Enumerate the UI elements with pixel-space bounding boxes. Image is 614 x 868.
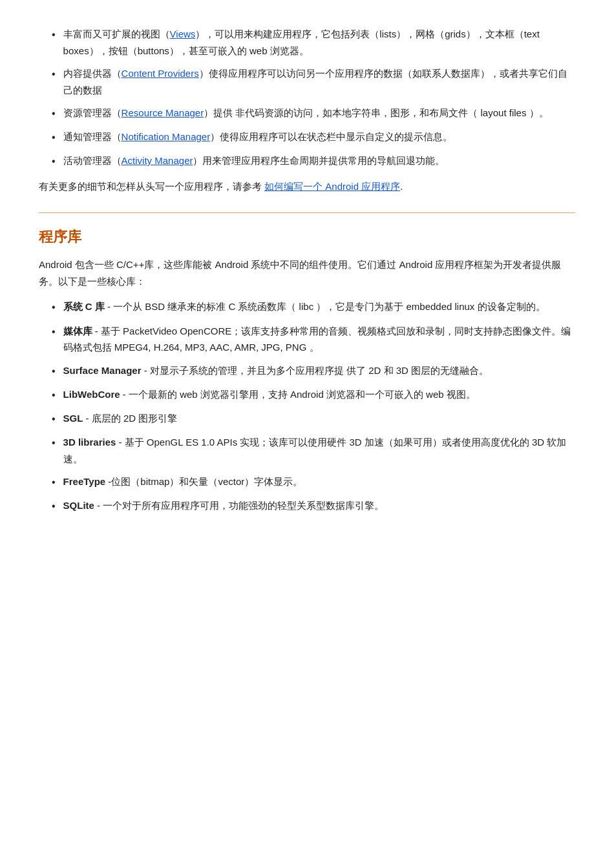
lib-rest-text: - 一个对于所有应用程序可用，功能强劲的轻型关系型数据库引擎。: [94, 500, 384, 511]
lib-rest-text: - 一个最新的 web 浏览器引擎用，支持 Android 浏览器和一个可嵌入的…: [120, 389, 476, 400]
section-divider: [39, 212, 575, 213]
item-text-before: 内容提供器（: [63, 68, 122, 79]
item-text-before: 通知管理器（: [63, 131, 122, 142]
lib-bold-text: 3D libraries: [63, 437, 116, 448]
list-item: 丰富而又可扩展的视图（Views），可以用来构建应用程序，它包括列表（lists…: [39, 26, 575, 59]
item-text-before: 资源管理器（: [63, 107, 122, 118]
resource-manager-link[interactable]: Resource Manager: [122, 107, 204, 118]
item-content: 媒体库 - 基于 PacketVideo OpenCORE；该库支持多种常用的音…: [63, 323, 575, 356]
lib-rest-text: - 基于 OpenGL ES 1.0 APIs 实现；该库可以使用硬件 3D 加…: [63, 437, 567, 464]
lib-bold-text: 系统 C 库: [63, 301, 105, 312]
item-content: SQLite - 一个对于所有应用程序可用，功能强劲的轻型关系型数据库引擎。: [63, 497, 575, 514]
list-item: SQLite - 一个对于所有应用程序可用，功能强劲的轻型关系型数据库引擎。: [39, 497, 575, 515]
item-content: 丰富而又可扩展的视图（Views），可以用来构建应用程序，它包括列表（lists…: [63, 26, 575, 59]
list-item: 系统 C 库 - 一个从 BSD 继承来的标准 C 系统函数库（ libc ），…: [39, 298, 575, 316]
list-item: 活动管理器（Activity Manager）用来管理应用程序生命周期并提供常用…: [39, 152, 575, 170]
list-item: 内容提供器（Content Providers）使得应用程序可以访问另一个应用程…: [39, 65, 575, 98]
list-item: 通知管理器（Notification Manager）使得应用程序可以在状态栏中…: [39, 129, 575, 146]
item-text-before: 活动管理器（: [63, 155, 122, 166]
activity-manager-link[interactable]: Activity Manager: [122, 155, 193, 166]
summary-text-after: .: [400, 181, 403, 192]
how-to-write-android-link[interactable]: 如何编写一个 Android 应用程序: [264, 181, 400, 192]
item-content: 3D libraries - 基于 OpenGL ES 1.0 APIs 实现；…: [63, 434, 575, 467]
views-link[interactable]: Views: [170, 28, 196, 39]
item-text-after: ）提供 非代码资源的访问，如本地字符串，图形，和布局文件（ layout fil…: [204, 107, 548, 118]
item-content: LibWebCore - 一个最新的 web 浏览器引擎用，支持 Android…: [63, 386, 575, 403]
item-content: 系统 C 库 - 一个从 BSD 继承来的标准 C 系统函数库（ libc ），…: [63, 298, 575, 315]
lib-rest-text: - 基于 PacketVideo OpenCORE；该库支持多种常用的音频、视频…: [63, 326, 571, 353]
lib-rest-text: - 对显示子系统的管理，并且为多个应用程序提 供了 2D 和 3D 图层的无缝融…: [142, 365, 489, 376]
item-text-before: 丰富而又可扩展的视图（: [63, 28, 170, 39]
list-item: SGL - 底层的 2D 图形引擎: [39, 410, 575, 428]
item-content: 内容提供器（Content Providers）使得应用程序可以访问另一个应用程…: [63, 65, 575, 98]
list-item: 资源管理器（Resource Manager）提供 非代码资源的访问，如本地字符…: [39, 105, 575, 122]
item-content: Surface Manager - 对显示子系统的管理，并且为多个应用程序提 供…: [63, 362, 575, 379]
list-item: LibWebCore - 一个最新的 web 浏览器引擎用，支持 Android…: [39, 386, 575, 404]
item-content: 通知管理器（Notification Manager）使得应用程序可以在状态栏中…: [63, 129, 575, 145]
item-content: SGL - 底层的 2D 图形引擎: [63, 410, 575, 427]
lib-bold-text: SGL: [63, 413, 83, 424]
list-item: 媒体库 - 基于 PacketVideo OpenCORE；该库支持多种常用的音…: [39, 323, 575, 356]
notification-manager-link[interactable]: Notification Manager: [122, 131, 211, 142]
summary-text-before: 有关更多的细节和怎样从头写一个应用程序，请参考: [39, 181, 264, 192]
list-item: Surface Manager - 对显示子系统的管理，并且为多个应用程序提 供…: [39, 362, 575, 380]
lib-bold-text: LibWebCore: [63, 389, 120, 400]
list-item: FreeType -位图（bitmap）和矢量（vector）字体显示。: [39, 473, 575, 491]
lib-rest-text: - 一个从 BSD 继承来的标准 C 系统函数库（ libc ），它是专门为基于…: [105, 301, 545, 312]
lib-bold-text: Surface Manager: [63, 365, 142, 376]
item-content: 活动管理器（Activity Manager）用来管理应用程序生命周期并提供常用…: [63, 152, 575, 169]
section-title: 程序库: [39, 225, 575, 249]
lib-bold-text: SQLite: [63, 500, 94, 511]
section-intro: Android 包含一些 C/C++库，这些库能被 Android 系统中不同的…: [39, 256, 575, 289]
lib-bold-text: 媒体库: [63, 326, 92, 336]
lib-bold-text: FreeType: [63, 476, 106, 487]
content-providers-link[interactable]: Content Providers: [122, 68, 199, 79]
item-text-after: ）用来管理应用程序生命周期并提供常用的导航回退功能。: [193, 155, 445, 166]
lib-rest-text: -位图（bitmap）和矢量（vector）字体显示。: [105, 476, 302, 487]
list-item: 3D libraries - 基于 OpenGL ES 1.0 APIs 实现；…: [39, 434, 575, 467]
item-content: 资源管理器（Resource Manager）提供 非代码资源的访问，如本地字符…: [63, 105, 575, 121]
item-text-after: ）使得应用程序可以在状态栏中显示自定义的提示信息。: [210, 131, 452, 142]
lib-rest-text: - 底层的 2D 图形引擎: [83, 413, 177, 424]
summary-paragraph: 有关更多的细节和怎样从头写一个应用程序，请参考 如何编写一个 Android 应…: [39, 178, 575, 195]
item-content: FreeType -位图（bitmap）和矢量（vector）字体显示。: [63, 473, 575, 490]
lib-bullet-list: 系统 C 库 - 一个从 BSD 继承来的标准 C 系统函数库（ libc ），…: [39, 298, 575, 515]
intro-bullet-list: 丰富而又可扩展的视图（Views），可以用来构建应用程序，它包括列表（lists…: [39, 26, 575, 170]
